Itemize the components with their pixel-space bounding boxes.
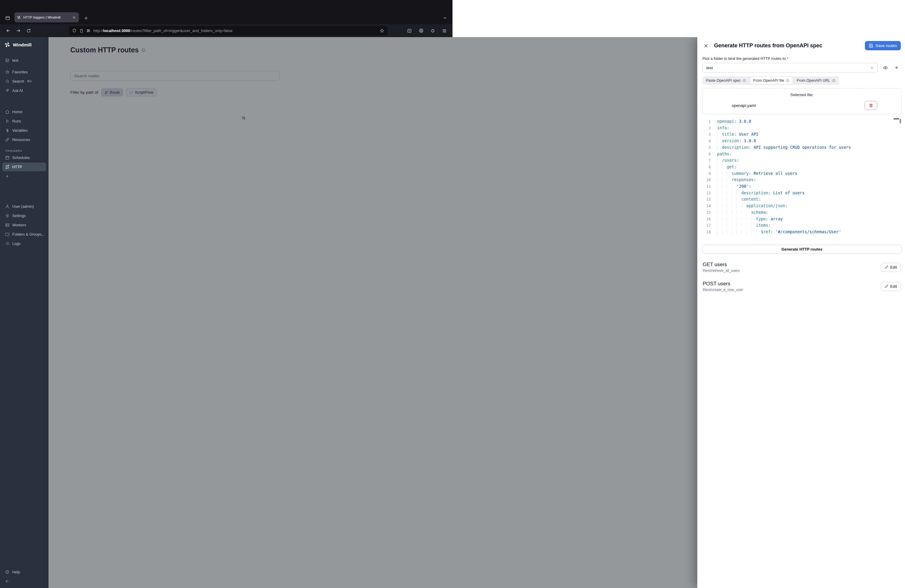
dollar-icon: $ <box>5 128 10 133</box>
account-icon[interactable] <box>417 26 426 35</box>
brand: Windmill <box>0 37 49 51</box>
extensions-icon[interactable] <box>428 26 437 35</box>
schedules-label: Schedules <box>12 156 30 160</box>
url-text: http://localhost:3000/routes?filter_path… <box>94 29 377 33</box>
tab-strip: HTTP triggers | Windmill <box>0 0 452 24</box>
brand-label: Windmill <box>13 42 32 47</box>
home-icon <box>5 110 10 114</box>
drawer-backdrop[interactable] <box>49 37 452 294</box>
sidebar-item-http[interactable]: HTTP <box>2 162 46 171</box>
sidebar: Windmill test Favorites Search ⌘k Ask AI… <box>0 37 49 294</box>
favorites-label: Favorites <box>12 70 27 74</box>
workspace-label: test <box>12 58 18 63</box>
play-icon <box>5 119 10 123</box>
sidebar-item-search[interactable]: Search ⌘k <box>2 77 46 86</box>
variables-label: Variables <box>12 129 27 133</box>
url-bar[interactable]: http://localhost:3000/routes?filter_path… <box>69 26 387 36</box>
sidebar-item-schedules[interactable]: Schedules <box>2 153 46 162</box>
list-icon <box>5 241 10 246</box>
shield-icon[interactable] <box>72 29 76 33</box>
logs-label: Logs <box>12 242 21 246</box>
back-icon[interactable] <box>3 26 13 35</box>
page-info-icon[interactable] <box>79 29 84 33</box>
star-icon <box>5 70 10 74</box>
sidebar-item-logs[interactable]: Logs <box>2 239 46 248</box>
tab-close-icon[interactable] <box>71 15 76 20</box>
pocket-icon[interactable] <box>405 26 414 35</box>
sidebar-item-workers[interactable]: Workers <box>2 221 46 229</box>
browser-tab[interactable]: HTTP triggers | Windmill <box>14 12 79 22</box>
tabs-dropdown-icon[interactable] <box>441 13 449 22</box>
main-content: Custom HTTP routes Filter by path of Rou… <box>49 37 452 294</box>
search-shortcut: ⌘k <box>27 79 32 83</box>
workspace-icon <box>5 58 10 63</box>
sidebar-item-settings[interactable]: Settings <box>2 211 46 220</box>
workers-label: Workers <box>12 223 26 227</box>
sidebar-item-favorites[interactable]: Favorites <box>2 68 46 76</box>
settings-label: Settings <box>12 214 26 218</box>
calendar-icon <box>5 156 10 160</box>
user-label: User (admin) <box>12 205 34 209</box>
home-label: Home <box>12 110 22 114</box>
sidebar-item-ask-ai[interactable]: Ask AI <box>2 86 46 95</box>
sidebar-item-user[interactable]: User (admin) <box>2 202 46 211</box>
windmill-favicon-icon <box>17 15 21 19</box>
route-icon <box>5 165 10 169</box>
url-scheme: http:// <box>94 29 103 33</box>
sidebar-item-add[interactable] <box>2 172 46 181</box>
url-host: localhost:3000 <box>103 29 130 33</box>
search-label: Search <box>12 79 24 84</box>
resources-label: Resources <box>12 138 30 142</box>
ask-ai-label: Ask AI <box>12 89 23 93</box>
sidebar-item-home[interactable]: Home <box>2 108 46 116</box>
link-icon <box>5 137 10 142</box>
runs-label: Runs <box>12 119 21 123</box>
permissions-icon[interactable] <box>86 29 90 33</box>
firefox-view-icon[interactable] <box>3 13 12 22</box>
bookmark-star-icon[interactable] <box>380 29 384 33</box>
triggers-section-label: TRIGGERS <box>5 149 49 153</box>
http-label: HTTP <box>12 165 22 169</box>
url-path: /routes?filter_path_of=trigger&user_and_… <box>130 29 233 33</box>
sidebar-item-folders-groups[interactable]: Folders & Groups... <box>2 230 46 238</box>
search-icon <box>5 79 10 84</box>
sidebar-item-variables[interactable]: $ Variables <box>2 126 46 135</box>
menu-icon[interactable] <box>440 26 449 35</box>
sidebar-item-runs[interactable]: Runs <box>2 117 46 126</box>
browser-navbar: http://localhost:3000/routes?filter_path… <box>0 24 452 37</box>
reload-icon[interactable] <box>24 26 33 35</box>
user-icon <box>5 204 10 209</box>
browser-chrome: HTTP triggers | Windmill <box>0 0 452 37</box>
windmill-logo-icon <box>4 41 11 48</box>
forward-icon[interactable] <box>14 26 23 35</box>
tab-title: HTTP triggers | Windmill <box>23 16 69 19</box>
sidebar-item-workspace[interactable]: test <box>2 56 46 65</box>
gear-icon <box>5 213 10 218</box>
folder-icon <box>5 232 10 237</box>
folders-groups-label: Folders & Groups... <box>12 232 44 237</box>
plus-icon <box>5 174 9 178</box>
new-tab-icon[interactable] <box>81 13 90 22</box>
sidebar-item-resources[interactable]: Resources <box>2 135 46 144</box>
server-icon <box>5 223 10 227</box>
sparkles-icon <box>5 88 10 93</box>
